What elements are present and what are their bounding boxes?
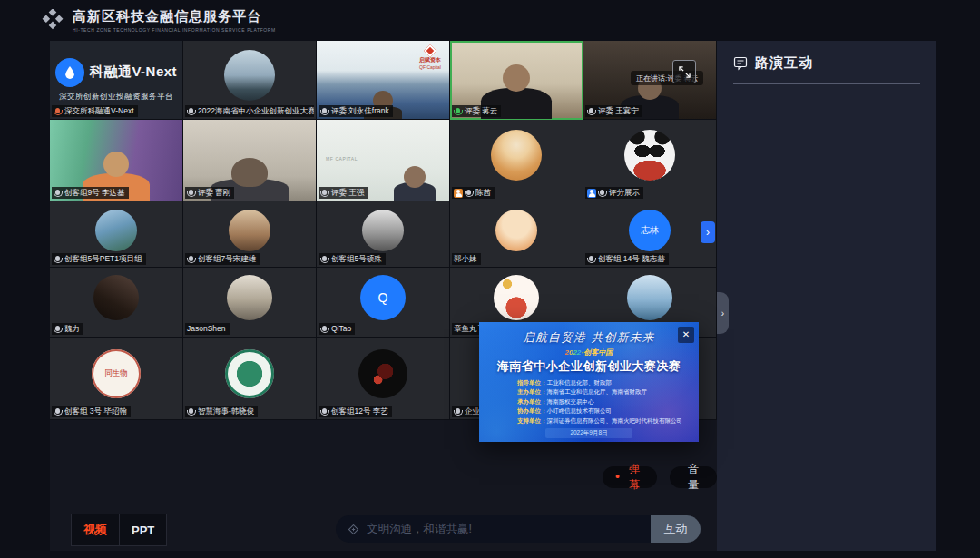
- video-tile[interactable]: 同生物 创客组 3号 毕绍翰: [50, 338, 183, 420]
- platform-subtitle: HI-TECH ZONE TECHNOLOGY FINANCIAL INFORM…: [73, 27, 276, 33]
- chat-input[interactable]: [336, 515, 651, 543]
- avatar: [358, 349, 407, 398]
- video-tile[interactable]: 评委 曹刚: [183, 120, 317, 201]
- page: 高新区科技金融信息服务平台 HI-TECH ZONE TECHNOLOGY FI…: [0, 0, 980, 558]
- participant-name-tag: 创客组 14号 魏志赫: [585, 253, 669, 265]
- video-tile-kerongtong[interactable]: 科融通V-Next 深交所创新创业投融资服务平台 深交所科融通V-Next: [50, 41, 183, 120]
- avatar: 志林: [629, 210, 671, 251]
- participant-name-tag: JasonShen: [185, 323, 230, 335]
- mic-icon: [55, 108, 60, 113]
- mic-on-icon: [456, 108, 460, 113]
- sidebar-title: 路演互动: [755, 54, 813, 72]
- mic-icon: [189, 108, 193, 113]
- water-drop-icon: [55, 58, 84, 87]
- fullscreen-button[interactable]: [672, 60, 696, 83]
- video-tile[interactable]: JasonShen: [183, 268, 317, 338]
- mic-icon: [55, 408, 60, 414]
- avatar: [229, 210, 270, 251]
- qf-capital-logo: 启赋资本 QF Capital: [419, 46, 441, 70]
- participant-name-tag: 创客组 3号 毕绍翰: [52, 406, 131, 417]
- avatar: Q: [360, 275, 406, 320]
- tab-ppt[interactable]: PPT: [119, 514, 166, 545]
- avatar: [627, 275, 672, 320]
- video-tile[interactable]: 2022海南省中小企业创新创业大赛: [183, 41, 317, 120]
- video-tile[interactable]: 创客组12号 李艺: [317, 338, 450, 420]
- video-tile[interactable]: 启赋资本 QF Capital 评委 刘永佳frank: [317, 41, 450, 120]
- person-silhouette: [394, 182, 436, 201]
- qf-diamond-icon: [424, 44, 436, 57]
- participant-name-tag: 郭小妹: [452, 253, 481, 265]
- participant-name-tag: 创客组5号PET1项目组: [52, 253, 146, 265]
- mic-icon: [589, 256, 593, 261]
- send-button[interactable]: 互动: [651, 515, 701, 543]
- video-tile[interactable]: 郭小妹: [450, 201, 583, 268]
- view-tabs: 视频 PPT: [71, 514, 167, 546]
- mic-icon: [55, 190, 60, 195]
- participant-name-tag: 魏力: [52, 323, 83, 335]
- mic-icon: [189, 190, 193, 195]
- avatar: 同生物: [92, 349, 141, 398]
- organizer-line: 承办单位：海南股权交易中心: [517, 397, 699, 406]
- banner-brand: 2022·创客中国: [479, 348, 699, 357]
- diamond-logo-icon: [41, 9, 64, 33]
- platform-logo: 高新区科技金融信息服务平台 HI-TECH ZONE TECHNOLOGY FI…: [41, 8, 276, 33]
- mic-icon: [322, 190, 327, 195]
- participant-name-tag: 创客组7号宋建雄: [185, 253, 260, 265]
- mic-icon: [466, 190, 471, 195]
- video-tile[interactable]: 创客组5号PET1项目组: [50, 201, 183, 268]
- video-tile[interactable]: 魏力: [50, 268, 183, 338]
- avatar: [495, 210, 537, 251]
- participant-name-tag: 陈茜: [452, 187, 495, 199]
- attendee-badge-icon: [454, 189, 463, 198]
- video-tile[interactable]: MF CAPITAL 评委 王强: [317, 120, 450, 201]
- player-controls: 弹幕 音量: [603, 466, 717, 488]
- avatar: [362, 210, 404, 251]
- organizer-line: 支持单位：深圳证券信息有限公司、海南火吧时代科技有限公司: [517, 416, 699, 426]
- sidebar-header: 路演互动: [733, 54, 920, 72]
- mic-icon: [189, 408, 193, 414]
- video-tile[interactable]: 智慧海事-韩晓俊: [183, 338, 317, 420]
- interaction-sidebar: 路演互动: [717, 41, 936, 551]
- video-tile[interactable]: Q QiTao: [317, 268, 450, 338]
- main-panel: 科融通V-Next 深交所创新创业投融资服务平台 深交所科融通V-Next 20…: [50, 41, 936, 551]
- participant-name-tag: 创客组9号 李达基: [52, 187, 129, 199]
- banner-date: 2022年9月8日: [545, 428, 632, 438]
- video-tile[interactable]: 创客组7号宋建雄: [183, 201, 317, 268]
- participant-name-tag: 评委 刘永佳frank: [318, 105, 393, 117]
- participant-name-tag: QiTao: [318, 323, 355, 335]
- participant-name-tag: 评分展示: [585, 187, 643, 199]
- video-tile[interactable]: 创客组5号硕殊: [317, 201, 450, 268]
- chat-bubble-icon: [733, 56, 748, 71]
- mic-icon: [55, 326, 60, 331]
- mic-icon: [322, 256, 327, 261]
- video-tile[interactable]: 创客组9号 李达基: [50, 120, 183, 201]
- banner-slogan: 启航自贸港 共创新未来: [479, 330, 699, 346]
- mic-icon: [322, 108, 327, 113]
- participant-name-tag: 创客组12号 李艺: [318, 406, 392, 417]
- carousel-next-button[interactable]: [701, 221, 715, 243]
- sidebar-divider: [733, 83, 920, 84]
- volume-button[interactable]: 音量: [670, 466, 717, 488]
- participant-name-tag: 智慧海事-韩晓俊: [185, 406, 258, 417]
- mic-icon: [55, 256, 60, 261]
- avatar: [494, 275, 539, 320]
- tab-video[interactable]: 视频: [72, 514, 119, 545]
- video-tile-active-speaker[interactable]: 评委 蒋云: [450, 41, 583, 120]
- participant-name-tag: 评委 王强: [318, 187, 368, 199]
- platform-title: 高新区科技金融信息服务平台: [73, 8, 276, 25]
- mic-icon: [600, 190, 604, 195]
- close-icon[interactable]: ✕: [678, 327, 694, 343]
- sidebar-collapse-handle[interactable]: [717, 292, 729, 334]
- avatar: [95, 210, 137, 251]
- promo-subtitle: 深交所创新创业投融资服务平台: [59, 92, 173, 103]
- danmaku-toggle-button[interactable]: 弹幕: [603, 466, 657, 488]
- mic-icon: [322, 326, 327, 331]
- avatar: [624, 130, 675, 181]
- banner-organizers: 指导单位：工业和信息化部、财政部 主办单位：海南省工业和信息化厅、海南省财政厅 …: [517, 378, 699, 426]
- video-tile[interactable]: 志林 创客组 14号 魏志赫: [583, 201, 717, 268]
- video-tile[interactable]: 评分展示: [583, 120, 717, 201]
- video-tile[interactable]: 陈茜: [450, 120, 583, 201]
- mf-capital-watermark: MF CAPITAL: [326, 156, 358, 162]
- avatar: [224, 50, 275, 101]
- app-header: 高新区科技金融信息服务平台 HI-TECH ZONE TECHNOLOGY FI…: [0, 0, 980, 41]
